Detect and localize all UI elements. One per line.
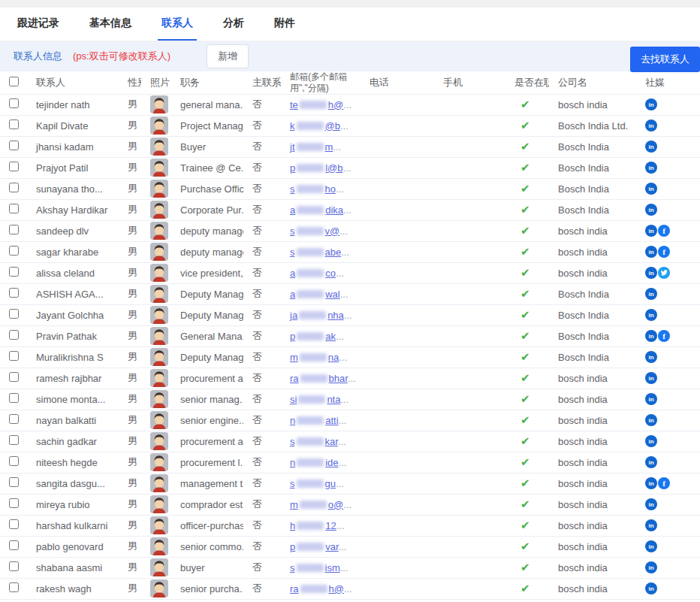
- table-row[interactable]: sandeep dlv 男 deputy manager 否 sv@... ✔ …: [0, 220, 700, 241]
- row-checkbox[interactable]: [9, 477, 19, 487]
- row-checkbox[interactable]: [9, 561, 19, 571]
- tab-contacts[interactable]: 联系人: [158, 8, 197, 41]
- email-link[interactable]: pvar: [290, 541, 339, 552]
- row-checkbox[interactable]: [9, 288, 19, 298]
- tab-attachments[interactable]: 附件: [270, 8, 299, 41]
- linkedin-icon[interactable]: in: [645, 162, 657, 174]
- table-row[interactable]: simone monta... 男 senior manag... 否 sint…: [0, 389, 700, 410]
- row-checkbox[interactable]: [9, 267, 19, 277]
- email-link[interactable]: h12: [290, 520, 336, 531]
- linkedin-icon[interactable]: in: [645, 267, 657, 279]
- table-row[interactable]: Kapil Divate 男 Project Manag... 否 k@b...…: [0, 115, 700, 136]
- email-link[interactable]: sabe: [290, 247, 341, 258]
- linkedin-icon[interactable]: in: [645, 435, 657, 447]
- linkedin-icon[interactable]: in: [645, 183, 657, 195]
- facebook-icon[interactable]: f: [658, 477, 670, 489]
- row-checkbox[interactable]: [9, 582, 19, 592]
- tab-basic-info[interactable]: 基本信息: [86, 8, 135, 41]
- row-checkbox[interactable]: [9, 540, 19, 550]
- row-checkbox[interactable]: [9, 351, 19, 361]
- table-row[interactable]: Prajyot Patil 男 Trainee @ Ce... 否 pl@b..…: [0, 157, 700, 178]
- facebook-icon[interactable]: f: [658, 225, 670, 237]
- row-checkbox[interactable]: [9, 456, 19, 466]
- table-row[interactable]: Muralikrishna S 男 Deputy Manager 否 mna..…: [0, 346, 700, 368]
- email-link[interactable]: skar: [290, 436, 338, 447]
- select-all-checkbox[interactable]: [9, 77, 19, 86]
- table-row[interactable]: alissa cleland 男 vice president,... 否 ac…: [0, 262, 700, 283]
- linkedin-icon[interactable]: in: [645, 540, 657, 552]
- table-row[interactable]: harshad kulkarni 男 officer-purchase 否 h1…: [0, 515, 700, 536]
- row-checkbox[interactable]: [9, 141, 19, 150]
- email-link[interactable]: sism: [290, 562, 340, 573]
- facebook-icon[interactable]: f: [658, 330, 670, 342]
- table-row[interactable]: sunayana tho... 男 Purchase Officer 否 sho…: [0, 178, 700, 199]
- linkedin-icon[interactable]: in: [645, 414, 657, 426]
- add-contact-button[interactable]: 新增: [207, 44, 249, 68]
- table-row[interactable]: mireya rubio 男 comprador est... 否 mo@...…: [0, 494, 700, 515]
- table-row[interactable]: niteesh hegde 男 procurement l... 否 nide.…: [0, 452, 700, 473]
- linkedin-icon[interactable]: in: [645, 288, 657, 300]
- email-link[interactable]: teh@: [290, 99, 343, 110]
- table-row[interactable]: jhansi kadam 男 Buyer 否 jtm... ✔ Bosch In…: [0, 136, 700, 157]
- table-row[interactable]: rakesh wagh 男 senior purcha... 否 rah@...…: [0, 578, 700, 599]
- linkedin-icon[interactable]: in: [645, 393, 657, 405]
- table-row[interactable]: sachin gadkar 男 procurement a... 否 skar.…: [0, 431, 700, 452]
- row-checkbox[interactable]: [9, 498, 19, 508]
- linkedin-icon[interactable]: in: [645, 309, 657, 321]
- table-row[interactable]: ramesh rajbhar 男 procurement a... 否 rabh…: [0, 368, 700, 389]
- table-row[interactable]: sangita dasgu... 男 management t... 否 sgu…: [0, 473, 700, 494]
- linkedin-icon[interactable]: in: [645, 372, 657, 384]
- linkedin-icon[interactable]: in: [645, 456, 657, 468]
- row-checkbox[interactable]: [9, 183, 19, 192]
- linkedin-icon[interactable]: in: [645, 225, 657, 237]
- email-link[interactable]: adika: [290, 204, 343, 216]
- find-contacts-button[interactable]: 去找联系人: [630, 47, 700, 72]
- linkedin-icon[interactable]: in: [645, 477, 657, 489]
- tab-follow-up-records[interactable]: 跟进记录: [14, 8, 63, 41]
- email-link[interactable]: mo@: [290, 499, 343, 510]
- linkedin-icon[interactable]: in: [645, 519, 657, 531]
- row-checkbox[interactable]: [9, 393, 19, 403]
- email-link[interactable]: pl@b: [290, 162, 343, 174]
- email-link[interactable]: sv@: [290, 225, 339, 237]
- table-row[interactable]: Akshay Hardikar 男 Corporate Pur... 否 adi…: [0, 199, 700, 220]
- row-checkbox[interactable]: [9, 225, 19, 234]
- linkedin-icon[interactable]: in: [645, 351, 657, 363]
- table-row[interactable]: sagar kharabe 男 deputy manager 否 sabe...…: [0, 241, 700, 262]
- row-checkbox[interactable]: [9, 98, 19, 108]
- linkedin-icon[interactable]: in: [645, 98, 657, 110]
- email-link[interactable]: aco: [290, 268, 336, 279]
- email-link[interactable]: awal: [290, 289, 340, 300]
- row-checkbox[interactable]: [9, 246, 19, 256]
- email-link[interactable]: rah@: [290, 583, 344, 594]
- linkedin-icon[interactable]: in: [645, 582, 657, 594]
- linkedin-icon[interactable]: in: [645, 246, 657, 258]
- linkedin-icon[interactable]: in: [645, 119, 657, 132]
- row-checkbox[interactable]: [9, 414, 19, 424]
- table-row[interactable]: shabana aasmi 男 buyer 否 sism... ✔ bosch …: [0, 557, 700, 578]
- table-row[interactable]: tejinder nath 男 general mana... 否 teh@..…: [0, 94, 700, 115]
- row-checkbox[interactable]: [9, 204, 19, 213]
- facebook-icon[interactable]: f: [658, 246, 670, 258]
- table-row[interactable]: Jayant Golchha 男 Deputy Manager 否 janha.…: [0, 304, 700, 325]
- linkedin-icon[interactable]: in: [645, 498, 657, 510]
- row-checkbox[interactable]: [9, 435, 19, 445]
- email-link[interactable]: k@b: [290, 120, 340, 132]
- email-link[interactable]: nide: [290, 457, 339, 468]
- email-link[interactable]: jtm: [290, 141, 333, 153]
- email-link[interactable]: sgu: [290, 478, 336, 489]
- row-checkbox[interactable]: [9, 119, 19, 129]
- email-link[interactable]: janha: [290, 310, 344, 321]
- email-link[interactable]: sinta: [290, 394, 340, 405]
- email-link[interactable]: natti: [290, 415, 339, 426]
- table-row[interactable]: nayan balkatti 男 senior engine... 否 natt…: [0, 410, 700, 431]
- tab-analysis[interactable]: 分析: [219, 8, 248, 41]
- email-link[interactable]: pak: [290, 331, 336, 342]
- row-checkbox[interactable]: [9, 309, 19, 319]
- email-link[interactable]: mna: [290, 352, 339, 363]
- linkedin-icon[interactable]: in: [645, 561, 657, 573]
- linkedin-icon[interactable]: in: [645, 330, 657, 342]
- row-checkbox[interactable]: [9, 330, 19, 340]
- row-checkbox[interactable]: [9, 519, 19, 529]
- email-link[interactable]: rabhar: [290, 373, 348, 384]
